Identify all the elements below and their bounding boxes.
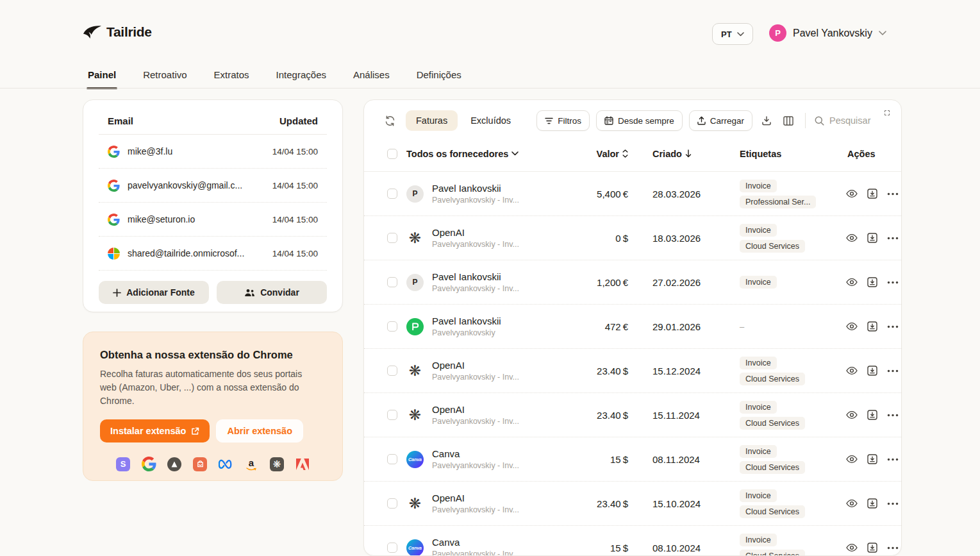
row-checkbox[interactable] [387,498,397,509]
more-actions-button[interactable] [884,278,901,287]
row-checkbox[interactable] [387,277,397,287]
ellipsis-icon [887,192,899,196]
supplier-initial-avatar: P [406,185,424,203]
email-source-row[interactable]: shared@tailride.onmicrosof...14/04 15:00 [99,237,327,271]
invoice-row[interactable]: CanvaCanvaPavelvyankovskiy - Inv...15$08… [364,437,901,482]
invoice-row[interactable]: ❋OpenAIPavelvyankovskiy - Inv...23.40$15… [364,393,901,437]
row-checkbox[interactable] [387,233,397,243]
date-range-button[interactable]: Desde sempre [596,110,683,131]
filters-button[interactable]: Filtros [536,110,590,131]
row-checkbox[interactable] [387,366,397,376]
invoice-row[interactable]: ❋OpenAIPavelvyankovskiy - Inv...23.40$15… [364,349,901,393]
created-column-header[interactable]: Criado [629,149,731,159]
invite-button[interactable]: Convidar [217,281,327,304]
columns-button[interactable] [781,114,796,128]
google-icon [108,180,120,192]
email-source-row[interactable]: pavelvyankovskiy@gmail.c...14/04 15:00 [99,169,327,203]
download-invoice-button[interactable] [865,274,880,290]
open-extension-button[interactable]: Abrir extensão [216,419,303,442]
refresh-button[interactable] [382,113,398,129]
download-invoice-button[interactable] [865,363,880,378]
view-invoice-button[interactable] [843,319,860,334]
more-actions-button[interactable] [884,455,901,464]
more-actions-button[interactable] [884,500,901,508]
nav-tab-integrações[interactable]: Integrações [275,64,328,89]
more-actions-button[interactable] [884,190,901,198]
actions-column-label: Ações [847,149,876,159]
triangle-app-icon [167,457,181,471]
invoice-row[interactable]: PPavel IankovskiiPavelvyankovskiy - Inv.… [364,260,901,305]
brand-logo[interactable]: Tailride [83,24,152,40]
view-invoice-button[interactable] [843,451,860,467]
amazon-icon: a [244,457,258,471]
email-source-row[interactable]: mike@seturon.io14/04 15:00 [99,203,327,237]
email-source-row[interactable]: mike@3f.lu14/04 15:00 [99,135,327,169]
fullscreen-icon[interactable] [882,108,892,118]
nav-tab-definições[interactable]: Definições [415,64,463,89]
invoice-created-date: 27.02.2026 [629,277,731,288]
download-all-button[interactable] [759,113,774,128]
user-menu[interactable]: P Pavel Yankovskiy [769,24,886,42]
invoice-value: 1,200€ [563,277,629,288]
supplier-column-header[interactable]: Todos os fornecedores [406,149,563,159]
currency-symbol: $ [623,454,628,465]
invoice-actions [832,451,902,467]
download-invoice-button[interactable] [865,230,880,246]
add-source-button[interactable]: Adicionar Fonte [99,281,209,304]
search-box[interactable] [815,115,887,126]
supplier-subtitle: Pavelvyankovskiy - Inv... [432,240,519,249]
nav-tab-análises[interactable]: Análises [352,64,391,89]
openai-logo-icon: ❋ [406,230,424,247]
row-checkbox[interactable] [387,410,397,420]
select-all-checkbox[interactable] [387,149,397,159]
value-column-header[interactable]: Valor [563,149,629,159]
invoice-row[interactable]: PPavel IankovskiiPavelvyankovskiy - Inv.… [364,172,901,216]
nav-tab-extratos[interactable]: Extratos [213,64,251,89]
nav-tab-painel[interactable]: Painel [87,64,117,89]
chevron-down-icon [737,32,744,37]
install-extension-button[interactable]: Instalar extensão [100,419,210,442]
invoices-tab-excluídos[interactable]: Excluídos [460,110,521,131]
row-checkbox[interactable] [387,454,397,464]
tag-chip: Cloud Services [740,240,805,253]
invoice-actions [832,540,902,555]
download-invoice-button[interactable] [865,540,880,555]
supplier-name: Pavel Iankovskii [432,316,501,326]
view-invoice-button[interactable] [843,186,860,201]
supplier-subtitle: Pavelvyankovskiy - Inv... [432,284,519,293]
invoice-row[interactable]: ❋OpenAIPavelvyankovskiy - Inv...0$18.03.… [364,216,901,260]
invoices-table-body: PPavel IankovskiiPavelvyankovskiy - Inv.… [364,172,901,556]
invoice-value: 23.40$ [563,498,629,509]
more-actions-button[interactable] [884,544,901,552]
row-checkbox[interactable] [387,189,397,199]
invoices-tab-faturas[interactable]: Faturas [406,110,458,131]
download-invoice-button[interactable] [865,496,880,511]
more-actions-button[interactable] [884,367,901,375]
view-invoice-button[interactable] [843,230,860,246]
invoice-row[interactable]: CanvaCanvaPavelvyankovskiy - Inv...15$08… [364,526,901,556]
view-invoice-button[interactable] [843,407,860,423]
download-invoice-button[interactable] [865,451,880,467]
view-invoice-button[interactable] [843,363,860,378]
view-invoice-button[interactable] [843,540,860,555]
more-actions-button[interactable] [884,234,901,242]
download-invoice-button[interactable] [865,319,880,334]
search-input[interactable] [829,115,887,126]
nav-tab-retroativo[interactable]: Retroativo [142,64,188,89]
invoice-actions [832,319,902,334]
date-range-label: Desde sempre [618,116,674,126]
view-invoice-button[interactable] [843,274,860,290]
invoice-created-date: 28.03.2026 [629,189,731,199]
download-icon [761,115,772,126]
upload-button[interactable]: Carregar [689,110,752,131]
more-actions-button[interactable] [884,411,901,419]
invoice-row[interactable]: ❋OpenAIPavelvyankovskiy - Inv...23.40$15… [364,482,901,526]
row-checkbox[interactable] [387,543,397,553]
download-invoice-button[interactable] [865,186,880,201]
view-invoice-button[interactable] [843,496,860,511]
download-invoice-button[interactable] [865,407,880,423]
language-selector[interactable]: PT [712,23,753,45]
more-actions-button[interactable] [884,323,901,331]
invoice-row[interactable]: Pavel IankovskiiPavelvyankovskiy472€29.0… [364,305,901,349]
row-checkbox[interactable] [387,321,397,332]
